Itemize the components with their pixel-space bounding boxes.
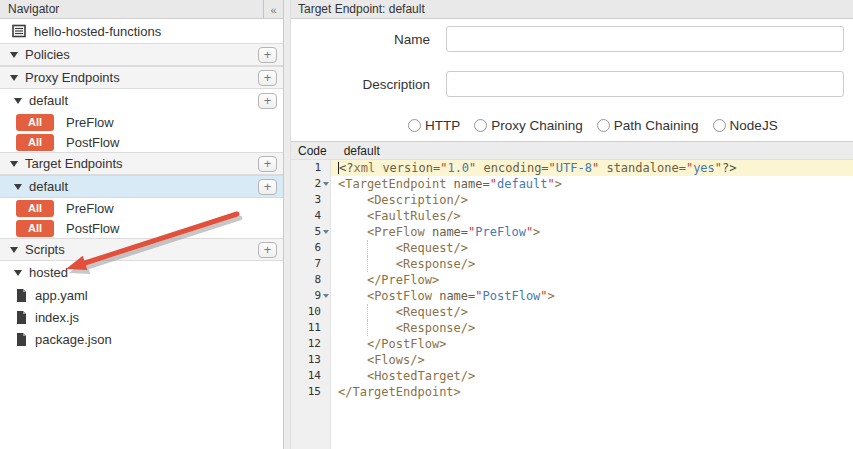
code-line[interactable]: 2<TargetEndpoint name="default"> bbox=[291, 176, 853, 192]
radio-label: Proxy Chaining bbox=[491, 118, 583, 133]
all-badge: All bbox=[16, 134, 54, 151]
radio-http[interactable]: HTTP bbox=[408, 118, 460, 133]
add-flow-button[interactable]: + bbox=[258, 93, 277, 109]
radio-circle-icon bbox=[408, 119, 421, 132]
sidebar-item-file-app-yaml[interactable]: app.yaml bbox=[0, 284, 283, 306]
code-line-text[interactable]: <TargetEndpoint name="default"> bbox=[331, 176, 853, 192]
sidebar-section-target-endpoints[interactable]: Target Endpoints + bbox=[0, 152, 283, 175]
name-label: Name bbox=[291, 32, 430, 47]
code-line-text[interactable]: <?xml version="1.0" encoding="UTF-8" sta… bbox=[331, 160, 853, 176]
code-line[interactable]: 12 </PostFlow> bbox=[291, 336, 853, 352]
code-line-text[interactable]: <HostedTarget/> bbox=[331, 368, 853, 384]
description-label: Description bbox=[291, 77, 430, 92]
code-line[interactable]: 4 <FaultRules/> bbox=[291, 208, 853, 224]
code-line-text[interactable]: </TargetEndpoint> bbox=[331, 384, 853, 400]
sidebar-item-target-preflow[interactable]: All PreFlow bbox=[0, 198, 283, 218]
add-policy-button[interactable]: + bbox=[258, 47, 277, 63]
code-line[interactable]: 6 <Request/> bbox=[291, 240, 853, 256]
sidebar-item-target-postflow[interactable]: All PostFlow bbox=[0, 218, 283, 238]
sidebar-item-hosted-folder[interactable]: hosted bbox=[0, 261, 283, 284]
file-icon bbox=[16, 311, 27, 324]
code-file-label: default bbox=[327, 144, 380, 158]
code-line-text[interactable]: <Flows/> bbox=[331, 352, 853, 368]
code-line-text[interactable]: <PostFlow name="PostFlow"> bbox=[331, 288, 853, 304]
code-line[interactable]: 7 <Response/> bbox=[291, 256, 853, 272]
code-lines-container: 1<?xml version="1.0" encoding="UTF-8" st… bbox=[291, 160, 853, 400]
line-number: 4 bbox=[291, 208, 331, 224]
code-line[interactable]: 1<?xml version="1.0" encoding="UTF-8" st… bbox=[291, 160, 853, 176]
navigator-scrollbar[interactable] bbox=[283, 0, 291, 449]
sidebar-section-proxy-endpoints[interactable]: Proxy Endpoints + bbox=[0, 66, 283, 89]
radio-proxy-chaining[interactable]: Proxy Chaining bbox=[474, 118, 583, 133]
line-number: 5 bbox=[291, 224, 331, 240]
code-line-text[interactable]: </PostFlow> bbox=[331, 336, 853, 352]
code-line[interactable]: 8 </PreFlow> bbox=[291, 272, 853, 288]
collapse-panel-button[interactable]: « bbox=[263, 0, 283, 19]
name-input[interactable] bbox=[446, 26, 844, 52]
flow-label: PreFlow bbox=[66, 115, 114, 130]
code-line[interactable]: 10 <Request/> bbox=[291, 304, 853, 320]
all-badge: All bbox=[16, 114, 54, 131]
node-label: default bbox=[29, 93, 68, 108]
sidebar-item-proxy-root[interactable]: hello-hosted-functions bbox=[0, 19, 283, 43]
section-label: Scripts bbox=[25, 242, 65, 257]
triangle-expand-icon bbox=[14, 98, 22, 104]
line-number: 12 bbox=[291, 336, 331, 352]
code-line-text[interactable]: <Request/> bbox=[331, 304, 853, 320]
line-number: 6 bbox=[291, 240, 331, 256]
code-line[interactable]: 11 <Response/> bbox=[291, 320, 853, 336]
flow-label: PostFlow bbox=[66, 221, 119, 236]
flow-label: PreFlow bbox=[66, 201, 114, 216]
code-line-text[interactable]: <PreFlow name="PreFlow"> bbox=[331, 224, 853, 240]
section-label: Target Endpoints bbox=[25, 156, 123, 171]
sidebar-item-file-package-json[interactable]: package.json bbox=[0, 328, 283, 350]
line-number: 7 bbox=[291, 256, 331, 272]
triangle-expand-icon bbox=[10, 161, 18, 167]
add-script-button[interactable]: + bbox=[258, 242, 277, 258]
radio-nodejs[interactable]: NodeJS bbox=[713, 118, 778, 133]
fold-arrow-icon[interactable] bbox=[323, 230, 329, 234]
line-number: 15 bbox=[291, 384, 331, 400]
radio-path-chaining[interactable]: Path Chaining bbox=[597, 118, 699, 133]
add-flow-button[interactable]: + bbox=[258, 179, 277, 195]
code-line[interactable]: 9 <PostFlow name="PostFlow"> bbox=[291, 288, 853, 304]
target-endpoint-panel: Target Endpoint: default Name Descriptio… bbox=[291, 0, 853, 449]
file-label: index.js bbox=[35, 310, 79, 325]
target-type-radio-group: HTTP Proxy Chaining Path Chaining NodeJS bbox=[408, 118, 778, 133]
triangle-expand-icon bbox=[14, 270, 22, 276]
code-line[interactable]: 14 <HostedTarget/> bbox=[291, 368, 853, 384]
sidebar-item-proxy-endpoint-default[interactable]: default + bbox=[0, 89, 283, 112]
code-line[interactable]: 13 <Flows/> bbox=[291, 352, 853, 368]
code-line-text[interactable]: <Response/> bbox=[331, 256, 853, 272]
section-label: Proxy Endpoints bbox=[25, 70, 120, 85]
add-target-endpoint-button[interactable]: + bbox=[258, 156, 277, 172]
code-line-text[interactable]: </PreFlow> bbox=[331, 272, 853, 288]
code-tab-label: Code bbox=[291, 144, 327, 158]
line-number: 10 bbox=[291, 304, 331, 320]
code-line-text[interactable]: <FaultRules/> bbox=[331, 208, 853, 224]
file-icon bbox=[16, 333, 27, 346]
sidebar-section-scripts[interactable]: Scripts + bbox=[0, 238, 283, 261]
code-line[interactable]: 3 <Description/> bbox=[291, 192, 853, 208]
code-line-text[interactable]: <Description/> bbox=[331, 192, 853, 208]
radio-circle-icon bbox=[474, 119, 487, 132]
code-line[interactable]: 5 <PreFlow name="PreFlow"> bbox=[291, 224, 853, 240]
sidebar-section-policies[interactable]: Policies + bbox=[0, 43, 283, 66]
all-badge: All bbox=[16, 220, 54, 237]
description-input[interactable] bbox=[446, 71, 844, 97]
code-line-text[interactable]: <Response/> bbox=[331, 320, 853, 336]
proxy-name-label: hello-hosted-functions bbox=[34, 24, 161, 39]
sidebar-item-file-index-js[interactable]: index.js bbox=[0, 306, 283, 328]
fold-arrow-icon[interactable] bbox=[323, 294, 329, 298]
xml-code-editor[interactable]: 1<?xml version="1.0" encoding="UTF-8" st… bbox=[291, 160, 853, 449]
sidebar-item-target-endpoint-default[interactable]: default + bbox=[0, 175, 283, 198]
sidebar-item-proxy-postflow[interactable]: All PostFlow bbox=[0, 132, 283, 152]
code-line[interactable]: 15</TargetEndpoint> bbox=[291, 384, 853, 400]
section-label: Policies bbox=[25, 47, 70, 62]
code-line-text[interactable]: <Request/> bbox=[331, 240, 853, 256]
line-number: 11 bbox=[291, 320, 331, 336]
add-proxy-endpoint-button[interactable]: + bbox=[258, 70, 277, 86]
fold-arrow-icon[interactable] bbox=[323, 182, 329, 186]
sidebar-item-proxy-preflow[interactable]: All PreFlow bbox=[0, 112, 283, 132]
code-editor-header: Code default bbox=[291, 141, 853, 160]
